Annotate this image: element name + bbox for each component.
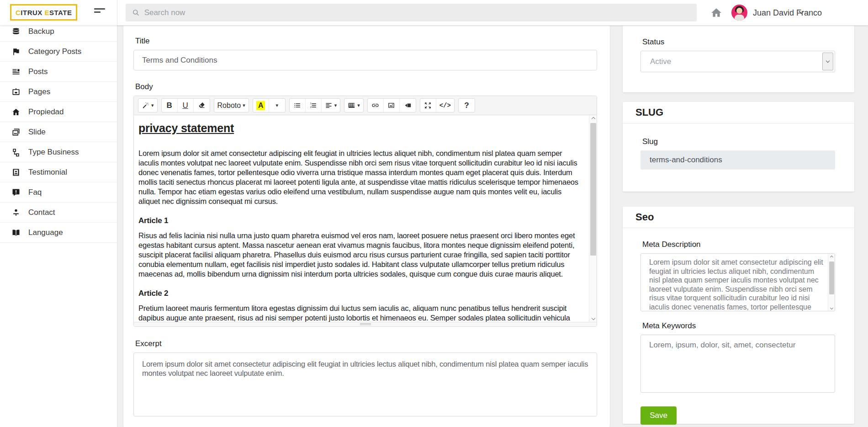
database-icon [11,27,21,36]
paragraph-align-icon[interactable]: ▾ [322,99,340,112]
meta-keywords-label: Meta Keywords [642,321,835,331]
sidebar-item-label: Pages [28,87,50,96]
sidebar-item-pages[interactable]: Pages [0,82,117,102]
magic-wand-icon[interactable]: ▾ [138,99,157,112]
scroll-down-icon[interactable] [828,304,835,311]
code-view-icon[interactable]: </> [436,99,454,112]
meta-description-label: Meta Description [642,240,835,249]
link-icon[interactable] [368,99,384,112]
meta-description-value: Lorem ipsum dolor sit amet consectetur a… [641,254,827,311]
status-card: Status Active [623,26,854,92]
editor-paragraph: Lorem ipsum dolor sit amet consectetur a… [138,149,580,206]
editor-toolbar: ▾ B U Roboto ▾ A ▾ [134,96,597,115]
unordered-list-icon[interactable] [290,99,306,112]
sidebar-item-label: Faq [28,188,42,197]
meta-description-textarea[interactable]: Lorem ipsum dolor sit amet consectetur a… [640,253,835,311]
sidebar-item-label: Contact [28,208,55,217]
title-input[interactable] [133,50,597,70]
scroll-down-icon[interactable] [589,315,597,322]
sidebar-item-type-business[interactable]: Type Business [0,142,117,162]
editor-scrollbar[interactable] [589,115,597,322]
slug-field[interactable]: terms-and-conditions [640,150,835,170]
slug-section-title: SLUG [623,102,854,123]
svg-text:2: 2 [310,106,312,108]
fullscreen-icon[interactable] [420,99,436,112]
save-button[interactable]: Save [640,406,677,425]
title-label: Title [135,37,597,46]
rich-text-editor: ▾ B U Roboto ▾ A ▾ [133,96,597,327]
eraser-icon[interactable] [194,99,210,112]
sidebar-item-label: Backup [28,27,54,36]
font-color-icon[interactable]: A [253,99,269,112]
svg-text:1: 1 [310,102,312,105]
home-icon[interactable] [710,7,722,19]
search-input[interactable] [144,8,690,17]
sidebar-item-propiedad[interactable]: Propiedad [0,102,117,122]
underline-icon[interactable]: U [178,99,194,112]
excerpt-label: Excerpt [135,339,597,348]
chevron-down-icon [826,59,830,63]
comment-icon [11,188,21,197]
editor-heading: privacy statement [138,122,580,135]
sidebar-item-label: Propiedad [28,107,64,117]
seo-card: Seo Meta Description Lorem ipsum dolor s… [623,207,854,424]
pages-icon [11,87,21,96]
sidebar-item-label: Type Business [28,148,79,157]
video-icon[interactable] [400,99,416,112]
sidebar-item-contact[interactable]: Contact [0,203,117,223]
sidebar-item-label: Slide [28,128,46,137]
logo-text: CITRUX ESTATE [16,9,72,16]
badge-icon [11,168,21,177]
editor-content[interactable]: privacy statement Lorem ipsum dolor sit … [134,115,597,322]
app-logo[interactable]: CITRUX ESTATE [10,4,77,21]
topbar: CITRUX ESTATE Juan David Franco [0,0,868,25]
chevron-down-icon: ▾ [243,102,245,108]
sidebar-item-backup[interactable]: Backup [0,25,117,42]
sidebar-item-faq[interactable]: Faq [0,182,117,203]
slug-label: Slug [642,137,835,146]
avatar[interactable] [731,5,747,21]
person-icon [11,208,21,217]
font-color-dropdown[interactable]: ▾ [269,99,285,112]
status-label: Status [642,37,835,47]
sidebar-item-testimonial[interactable]: Testimonial [0,162,117,182]
table-icon[interactable]: ▾ [344,99,363,112]
chevron-down-icon: ▾ [151,102,154,108]
sidebar-item-language[interactable]: Language [0,223,117,243]
search-bar [126,4,697,21]
menu-icon[interactable] [94,8,106,17]
house-icon [11,107,21,117]
help-icon[interactable]: ? [459,99,475,112]
ordered-list-icon[interactable]: 12 [306,99,322,112]
sidebar-item-posts[interactable]: Posts [0,62,117,82]
editor-resize-handle[interactable] [134,322,597,326]
font-family-dropdown[interactable]: Roboto ▾ [214,99,249,112]
scrollbar-thumb[interactable] [829,262,834,294]
status-select[interactable]: Active [640,51,835,72]
sidebar-item-label: Posts [28,67,48,76]
meta-description-scrollbar[interactable] [828,254,835,311]
article-2-text: Pretium laoreet mauris fermentum litora … [138,304,580,322]
status-selected-value: Active [650,57,671,66]
article-1-title: Article 1 [138,216,580,225]
article-1-text: Risus ad felis lacinia nisi nulla urna j… [138,231,580,279]
font-family-label: Roboto [217,101,241,110]
sidebar-item-category-posts[interactable]: Category Posts [0,42,117,62]
user-name[interactable]: Juan David Franco [753,8,822,18]
book-icon [11,228,21,237]
meta-keywords-textarea[interactable]: Lorem, ipsum, dolor, sit, amet, consecte… [640,335,835,393]
image-icon[interactable] [384,99,400,112]
chevron-down-icon: ▾ [357,102,360,108]
seo-section-title: Seo [623,207,854,228]
sidebar-item-slide[interactable]: Slide [0,122,117,142]
scroll-up-icon[interactable] [828,254,835,260]
posts-icon [11,67,21,76]
sidebar-item-label: Language [28,228,63,237]
scroll-up-icon[interactable] [589,115,597,123]
bold-icon[interactable]: B [162,99,178,112]
sidebar-item-label: Testimonial [28,168,67,177]
scrollbar-thumb[interactable] [590,123,596,256]
select-dropdown-button[interactable] [822,53,833,70]
slug-card: SLUG Slug terms-and-conditions [623,102,854,192]
excerpt-textarea[interactable]: Lorem ipsum dolor sit amet consectetur a… [133,352,597,416]
